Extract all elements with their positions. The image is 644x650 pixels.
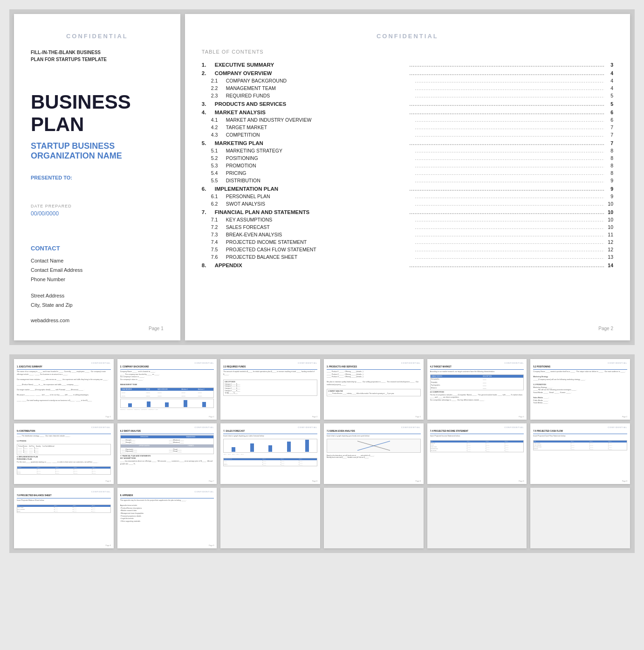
toc-number: 4.2: [211, 124, 226, 130]
toc-page-num: 4: [604, 85, 613, 91]
toc-label: PROJECTED CASH FLOW STATEMENT: [226, 247, 413, 252]
toc-dots: ........................................…: [413, 118, 604, 123]
toc-page-num: 7: [604, 124, 613, 130]
toc-page-num: 6: [604, 117, 613, 123]
toc-label: PRODUCTS AND SERVICES: [215, 101, 408, 107]
toc-item: 5.MARKETING PLAN........................…: [202, 140, 613, 146]
toc-number: 6.: [202, 186, 215, 192]
toc-dots: ........................................…: [407, 263, 604, 268]
toc-page-num: 12: [604, 239, 613, 245]
toc-page-num: 10: [604, 217, 613, 222]
toc-number: 8.: [202, 263, 215, 268]
toc-page-num: 10: [604, 209, 613, 215]
toc-item: 7.FINANCIAL PLAN AND STATEMENTS.........…: [202, 209, 613, 215]
contact-city: City, State and Zip: [31, 302, 73, 308]
toc-dots: ........................................…: [413, 201, 604, 207]
thumb-2: CONFIDENTIAL 2. COMPANY BACKGROUND Compa…: [117, 359, 217, 420]
thumb-empty-3: [427, 488, 527, 548]
toc-number: 6.1: [211, 194, 226, 199]
page1-address-info: Street Address City, State and Zip: [31, 291, 164, 310]
thumb-empty-2: [324, 488, 424, 548]
toc-label: PROJECTED BALANCE SHEET: [226, 254, 413, 260]
thumb-14: CONFIDENTIAL 8. APPENDIX This appendix m…: [117, 488, 217, 548]
toc-dots: ........................................…: [407, 62, 604, 68]
toc-label: PRICING: [226, 170, 413, 176]
toc-dots: ........................................…: [413, 78, 604, 83]
toc-item: 4.3COMPETITION..........................…: [202, 132, 613, 138]
toc-number: 2.3: [211, 93, 226, 98]
toc-item: 5.5DISTRIBUTION.........................…: [202, 178, 613, 183]
toc-number: 7.6: [211, 254, 226, 260]
toc-item: 7.5PROJECTED CASH FLOW STATEMENT........…: [202, 247, 613, 252]
toc-label: APPENDIX: [215, 263, 408, 268]
toc-page-num: 3: [604, 62, 613, 68]
toc-label: TARGET MARKET: [226, 124, 413, 130]
toc-dots: ........................................…: [413, 156, 604, 161]
toc-dots: ........................................…: [407, 210, 604, 215]
toc-item: 2.1COMPANY BACKGROUND...................…: [202, 78, 613, 83]
toc-item: 7.1KEY ASSUMPTIONS......................…: [202, 217, 613, 222]
thumb-9: CONFIDENTIAL 7. SALES FORECAST Insert ch…: [220, 423, 320, 484]
main-pages-container: CONFIDENTIAL FILL-IN-THE-BLANK BUSINESSP…: [9, 9, 635, 345]
toc-number: 6.2: [211, 201, 226, 207]
toc-page-num: 10: [604, 224, 613, 230]
contact-email: Contact Email Address: [31, 267, 82, 273]
toc-page-num: 5: [604, 93, 613, 98]
toc-item: 4.2TARGET MARKET........................…: [202, 124, 613, 130]
toc-number: 4.: [202, 110, 215, 115]
thumb-empty-4: [530, 488, 630, 548]
thumb-6: CONFIDENTIAL 5.2 POSITIONING Company Nam…: [530, 359, 630, 420]
toc-number: 5.3: [211, 163, 226, 168]
toc-item: 7.4PROJECTED INCOME STATEMENT...........…: [202, 239, 613, 245]
thumb-5: CONFIDENTIAL 4.2 TARGET MARKET According…: [427, 359, 527, 420]
page-number-1: Page 1: [149, 326, 164, 331]
toc-page-num: 8: [604, 170, 613, 176]
toc-item: 6.1PERSONNEL PLAN.......................…: [202, 194, 613, 199]
toc-page-num: 8: [604, 148, 613, 153]
thumb-8: CONFIDENTIAL 6.2 SWOT ANALYSIS STRENGTHS…: [117, 423, 217, 484]
toc-item: 3.PRODUCTS AND SERVICES.................…: [202, 101, 613, 107]
toc-number: 7.5: [211, 247, 226, 252]
toc-number: 5.1: [211, 148, 226, 153]
toc-label: MANAGEMENT TEAM: [226, 85, 413, 91]
toc-label: PERSONNEL PLAN: [226, 194, 413, 199]
contact-address: Street Address: [31, 293, 64, 298]
toc-item: 2.2MANAGEMENT TEAM......................…: [202, 85, 613, 91]
toc-dots: ........................................…: [407, 71, 604, 76]
toc-page-num: 6: [604, 110, 613, 115]
toc-dots: ........................................…: [413, 163, 604, 168]
toc-item: 5.2POSITIONING..........................…: [202, 155, 613, 161]
toc-page-num: 13: [604, 254, 613, 260]
toc-item: 4.1MARKET AND INDUSTRY OVERVIEW.........…: [202, 117, 613, 123]
toc-label: PROMOTION: [226, 163, 413, 168]
toc-item: 5.3PROMOTION............................…: [202, 163, 613, 168]
toc-number: 7.1: [211, 217, 226, 222]
toc-dots: ........................................…: [413, 194, 604, 199]
thumb-3: CONFIDENTIAL 2.3 REQUIRED FUNDS The amou…: [220, 359, 320, 420]
toc-item: 5.1MARKETING STRATEGY...................…: [202, 148, 613, 153]
toc-dots: ........................................…: [413, 132, 604, 138]
toc-label: IMPLEMENTATION PLAN: [215, 186, 408, 192]
toc-number: 7.: [202, 209, 215, 215]
contact-phone: Phone Number: [31, 277, 65, 282]
toc-item: 7.3BREAK-EVEN ANALYSIS..................…: [202, 232, 613, 237]
toc-page-num: 7: [604, 140, 613, 146]
toc-label: COMPETITION: [226, 132, 413, 138]
toc-number: 7.2: [211, 224, 226, 230]
toc-dots: ........................................…: [413, 247, 604, 252]
toc-number: 2.: [202, 70, 215, 76]
toc-label: SWOT ANALYSIS: [226, 201, 413, 207]
toc-title: TABLE OF CONTENTS: [202, 49, 613, 55]
toc-label: SALES FORECAST: [226, 224, 413, 230]
toc-page-num: 8: [604, 155, 613, 161]
toc-number: 5.5: [211, 178, 226, 183]
page-1: CONFIDENTIAL FILL-IN-THE-BLANK BUSINESSP…: [14, 14, 180, 340]
toc-label: COMPANY OVERVIEW: [215, 70, 408, 76]
toc-number: 4.3: [211, 132, 226, 138]
toc-number: 2.2: [211, 85, 226, 91]
toc-page-num: 8: [604, 163, 613, 168]
toc-item: 4.MARKET ANALYSIS.......................…: [202, 110, 613, 115]
confidential-label-p1: CONFIDENTIAL: [31, 33, 164, 40]
toc-label: EXECUTIVE SUMMARY: [215, 62, 408, 68]
toc-page-num: 4: [604, 78, 613, 83]
